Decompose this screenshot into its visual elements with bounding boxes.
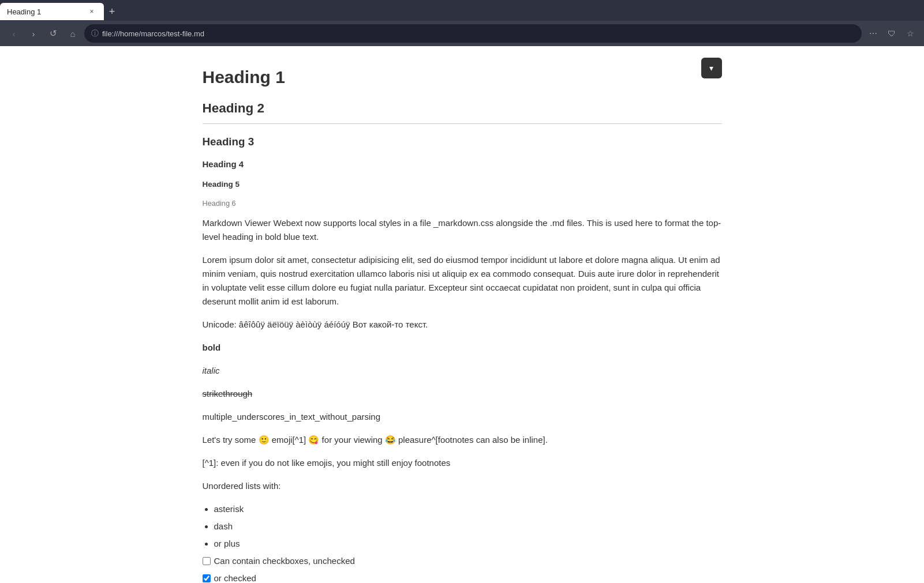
list-item-text: asterisk [214,504,244,514]
security-icon: ⓘ [91,28,99,39]
paragraph-1: Markdown Viewer Webext now supports loca… [203,216,722,244]
home-icon: ⌂ [70,29,75,39]
reload-icon: ↺ [50,28,57,39]
task-list-item-unchecked: Can contain checkboxes, unchecked [203,554,722,568]
back-button[interactable]: ‹ [6,25,22,42]
checkbox-checked[interactable] [203,574,211,582]
unordered-list: asterisk dash or plus Can contain checkb… [214,502,722,583]
address-bar[interactable]: ⓘ file:///home/marcos/test-file.md [84,24,862,43]
heading-6: Heading 6 [203,198,722,209]
paragraph-3: Unicode: âêîôûÿ äëïöüÿ àèìòùÿ áéíóúÿ Вот… [203,318,722,332]
more-icon: ⋯ [869,29,877,38]
paragraph-emoji: Let's try some 🙂 emoji[^1] 😋 for your vi… [203,433,722,447]
shield-button[interactable]: 🛡 [884,25,900,42]
paragraph-underscores: multiple_underscores_in_text_without_par… [203,410,722,424]
browser-chrome: Heading 1 × + ‹ › ↺ ⌂ ⓘ file:///home/mar… [0,0,924,46]
tab-bar: Heading 1 × + [0,0,924,21]
bookmark-icon: ☆ [907,29,914,38]
address-text: file:///home/marcos/test-file.md [102,29,855,38]
bookmark-button[interactable]: ☆ [902,25,918,42]
nav-actions: ⋯ 🛡 ☆ [865,25,918,42]
list-item: asterisk [214,502,722,516]
task-item-label: or checked [214,571,256,583]
heading-3: Heading 3 [203,133,722,151]
home-button[interactable]: ⌂ [65,25,81,42]
reload-button[interactable]: ↺ [45,25,61,42]
heading-5: Heading 5 [203,178,722,191]
list-item: dash [214,520,722,533]
new-tab-button[interactable]: + [104,3,120,20]
active-tab[interactable]: Heading 1 × [0,3,104,20]
tab-close-button[interactable]: × [87,6,97,17]
shield-icon: 🛡 [888,29,896,38]
italic-text: italic [203,366,220,375]
paragraph-2: Lorem ipsum dolor sit amet, consectetur … [203,253,722,309]
dropdown-button[interactable]: ▾ [701,58,722,78]
list-item-text: or plus [214,539,240,548]
page-content: ▾ Heading 1 Heading 2 Heading 3 Heading … [0,46,924,583]
bold-text: bold [203,343,221,352]
forward-button[interactable]: › [25,25,42,42]
more-button[interactable]: ⋯ [865,25,881,42]
heading-2: Heading 2 [203,98,722,124]
paragraph-italic: italic [203,364,722,378]
markdown-body: ▾ Heading 1 Heading 2 Heading 3 Heading … [203,58,722,583]
paragraph-list-intro: Unordered lists with: [203,479,722,493]
nav-bar: ‹ › ↺ ⌂ ⓘ file:///home/marcos/test-file.… [0,21,924,46]
task-list-item-checked: or checked [203,571,722,583]
heading-1: Heading 1 [203,63,722,91]
paragraph-bold: bold [203,341,722,355]
task-item-label: Can contain checkboxes, unchecked [214,554,355,568]
forward-icon: › [32,29,35,39]
list-item-text: dash [214,521,233,531]
strikethrough-text: strikethrough [203,389,253,398]
paragraph-strikethrough: strikethrough [203,387,722,401]
back-icon: ‹ [13,29,16,39]
checkbox-unchecked[interactable] [203,557,211,565]
paragraph-footnote: [^1]: even if you do not like emojis, yo… [203,456,722,470]
tab-title: Heading 1 [7,7,82,16]
heading-4: Heading 4 [203,157,722,171]
list-item: or plus [214,537,722,551]
